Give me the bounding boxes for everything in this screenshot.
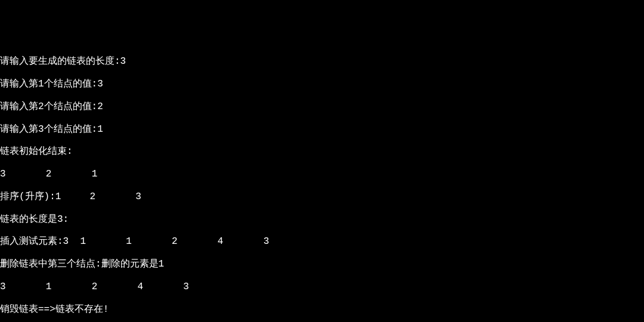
console-line: 排序(升序):1 2 3	[0, 191, 644, 203]
console-line: 链表的长度是3:	[0, 214, 644, 225]
console-line: 3 1 2 4 3	[0, 281, 644, 293]
console-line: 请输入第3个结点的值:1	[0, 124, 644, 135]
console-line: 请输入要生成的链表的长度:3	[0, 56, 644, 67]
console-output[interactable]: 请输入要生成的链表的长度:3 请输入第1个结点的值:3 请输入第2个结点的值:2…	[0, 45, 644, 323]
console-line: 链表初始化结束:	[0, 146, 644, 157]
console-line: 插入测试元素:3 1 1 2 4 3	[0, 236, 644, 247]
console-line: 删除链表中第三个结点:删除的元素是1	[0, 259, 644, 270]
console-line: 销毁链表==>链表不存在!	[0, 304, 644, 315]
console-line: 3 2 1	[0, 169, 644, 180]
console-line: 请输入第2个结点的值:2	[0, 101, 644, 113]
console-line: 请输入第1个结点的值:3	[0, 79, 644, 90]
